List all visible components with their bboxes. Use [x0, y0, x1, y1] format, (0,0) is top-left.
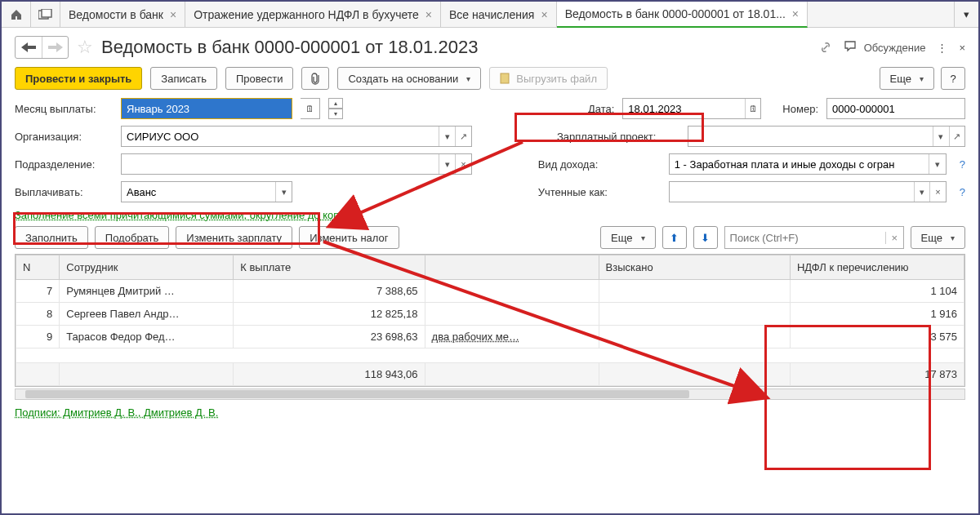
tab-2[interactable]: Все начисления×: [441, 2, 557, 27]
employees-table: N Сотрудник К выплате Взыскано НДФЛ к пе…: [15, 254, 965, 387]
close-icon[interactable]: ×: [541, 8, 547, 21]
fill-hint-link[interactable]: Заполнение всеми причитающимися суммами,…: [15, 209, 362, 221]
division-dropdown-button[interactable]: ▾: [439, 154, 455, 174]
attach-button[interactable]: [301, 67, 329, 90]
month-calendar-button[interactable]: 🗓: [301, 98, 320, 119]
close-icon[interactable]: ×: [425, 8, 432, 21]
search-clear-button[interactable]: ×: [885, 232, 903, 244]
kebab-menu-icon[interactable]: ⋮: [937, 42, 947, 54]
division-label: Подразделение:: [15, 158, 113, 171]
change-salary-button[interactable]: Изменить зарплату: [176, 226, 292, 249]
org-open-button[interactable]: ↗: [455, 127, 471, 146]
table-row[interactable]: 7 Румянцев Дмитрий … 7 388,65 1 104: [16, 280, 964, 303]
month-down-button[interactable]: ▾: [328, 109, 343, 119]
discussion-button[interactable]: Обсуждение: [844, 41, 926, 54]
accounted-input[interactable]: [670, 182, 914, 202]
table-row[interactable]: 9 Тарасов Федор Фед… 23 698,63 два рабоч…: [16, 326, 964, 349]
division-field[interactable]: ▾ ×: [121, 153, 472, 175]
col-tax[interactable]: НДФЛ к перечислению: [790, 255, 964, 280]
incometype-label: Вид дохода:: [538, 158, 661, 171]
horizontal-scrollbar[interactable]: [15, 388, 965, 400]
col-extra[interactable]: [425, 255, 599, 280]
svg-rect-1: [42, 9, 51, 17]
search-input[interactable]: [725, 232, 885, 244]
table-toolbar: Заполнить Подобрать Изменить зарплату Из…: [2, 221, 978, 254]
number-input[interactable]: [827, 99, 964, 118]
month-field[interactable]: [121, 98, 292, 119]
close-form-icon[interactable]: ×: [959, 42, 965, 54]
table-more-right-button[interactable]: Еще▾: [911, 226, 965, 249]
date-input[interactable]: [623, 99, 745, 118]
save-button[interactable]: Записать: [150, 67, 217, 90]
incometype-help-icon[interactable]: ?: [960, 158, 965, 171]
org-dropdown-button[interactable]: ▾: [439, 127, 455, 146]
search-field[interactable]: ×: [724, 226, 904, 249]
number-label: Номер:: [782, 103, 818, 115]
extra-link[interactable]: два рабочих ме…: [432, 331, 519, 343]
favorite-star-icon[interactable]: ☆: [77, 37, 93, 58]
division-input[interactable]: [122, 154, 439, 174]
pay-dropdown-button[interactable]: ▾: [275, 182, 292, 202]
tabs-dropdown-icon[interactable]: ▾: [954, 2, 978, 27]
proj-field[interactable]: ▾ ↗: [688, 126, 965, 147]
close-icon[interactable]: ×: [792, 7, 799, 20]
org-input[interactable]: [122, 127, 439, 146]
close-icon[interactable]: ×: [170, 8, 176, 21]
title-bar: ☆ Ведомость в банк 0000-000001 от 18.01.…: [2, 28, 978, 64]
signatures-link[interactable]: Подписи: Дмитриев Д. В., Дмитриев Д. В.: [2, 400, 978, 425]
col-n[interactable]: N: [16, 255, 60, 280]
accounted-dropdown-button[interactable]: ▾: [914, 182, 929, 202]
date-calendar-button[interactable]: 🗓: [745, 99, 760, 118]
tab-0[interactable]: Ведомости в банк×: [60, 2, 185, 27]
post-button[interactable]: Провести: [225, 67, 294, 90]
svg-rect-2: [501, 73, 509, 83]
table-more-left-button[interactable]: Еще▾: [600, 226, 655, 249]
accounted-field[interactable]: ▾ ×: [669, 181, 947, 202]
tab-1[interactable]: Отражение удержанного НДФЛ в бухучете×: [185, 2, 441, 27]
incometype-dropdown-button[interactable]: ▾: [929, 154, 946, 174]
month-input[interactable]: [122, 99, 292, 118]
proj-open-button[interactable]: ↗: [949, 127, 964, 146]
proj-dropdown-button[interactable]: ▾: [933, 127, 948, 146]
accounted-clear-button[interactable]: ×: [929, 182, 945, 202]
back-button[interactable]: [16, 37, 42, 58]
accounted-label: Учтенные как:: [538, 186, 661, 198]
col-to-pay[interactable]: К выплате: [234, 255, 425, 280]
tab-3[interactable]: Ведомость в банк 0000-000001 от 18.01...…: [557, 2, 808, 28]
proj-input[interactable]: [688, 127, 933, 146]
month-up-button[interactable]: ▴: [328, 98, 343, 109]
create-based-button[interactable]: Создать на основании▾: [337, 67, 481, 90]
main-toolbar: Провести и закрыть Записать Провести Соз…: [2, 64, 978, 98]
pick-button[interactable]: Подобрать: [95, 226, 169, 249]
col-collected[interactable]: Взыскано: [599, 255, 790, 280]
accounted-help-icon[interactable]: ?: [960, 186, 965, 198]
change-tax-button[interactable]: Изменить налог: [299, 226, 399, 249]
table-row[interactable]: 8 Сергеев Павел Андр… 12 825,18 1 916: [16, 303, 964, 326]
page-title: Ведомость в банк 0000-000001 от 18.01.20…: [101, 37, 478, 58]
post-and-close-button[interactable]: Провести и закрыть: [15, 67, 142, 90]
move-down-button[interactable]: ⬇: [693, 226, 718, 249]
division-clear-button[interactable]: ×: [455, 154, 471, 174]
fill-button[interactable]: Заполнить: [15, 226, 88, 249]
col-employee[interactable]: Сотрудник: [60, 255, 234, 280]
more-button[interactable]: Еще▾: [880, 67, 934, 90]
pay-input[interactable]: [122, 182, 275, 202]
move-up-button[interactable]: ⬆: [662, 226, 687, 249]
month-label: Месяц выплаты:: [15, 103, 113, 115]
paperclip-icon: [310, 72, 321, 85]
windows-icon[interactable]: [31, 2, 60, 27]
number-field[interactable]: [826, 98, 965, 119]
help-button[interactable]: ?: [941, 67, 965, 90]
org-field[interactable]: ▾ ↗: [121, 126, 472, 147]
link-icon[interactable]: [818, 40, 833, 55]
table-spacer: [16, 349, 964, 363]
date-field[interactable]: 🗓: [622, 98, 761, 119]
pay-label: Выплачивать:: [15, 186, 113, 198]
home-icon[interactable]: [2, 2, 31, 27]
forward-button[interactable]: [42, 37, 68, 58]
pay-field[interactable]: ▾: [121, 181, 292, 202]
table-total-row: 118 943,06 17 873: [16, 363, 964, 386]
incometype-field[interactable]: ▾: [669, 153, 947, 175]
export-file-button: Выгрузить файл: [489, 67, 608, 90]
incometype-input[interactable]: [670, 154, 929, 174]
